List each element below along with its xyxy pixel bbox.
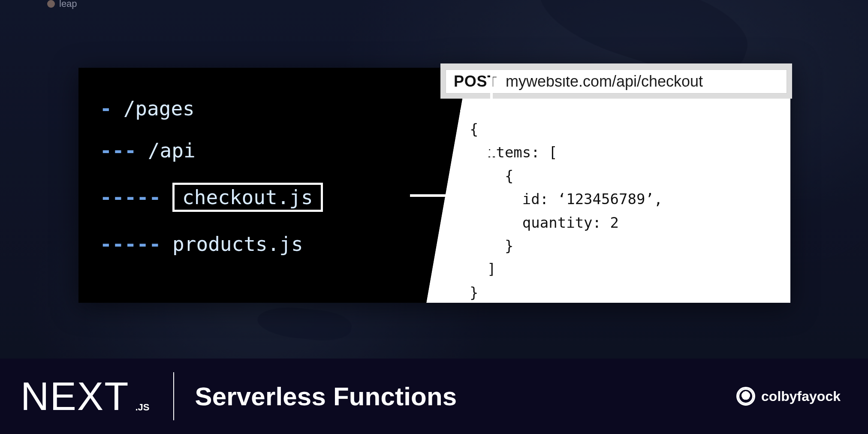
nextjs-logo-text: NEXT [21, 374, 129, 419]
tree-dashes: ----- [100, 234, 161, 254]
browser-chrome: POST mywebsite.com/api/checkout [440, 63, 792, 99]
http-url: mywebsite.com/api/checkout [506, 72, 703, 90]
http-method: POST [454, 72, 497, 90]
footer-divider [173, 372, 174, 420]
nextjs-logo: NEXT .JS [21, 374, 149, 419]
tree-row-checkout: ----- checkout.js [100, 183, 422, 212]
response-body-panel: { items: [ { id: ‘123456789’, quantity: … [460, 110, 780, 294]
tree-row-products: ----- products.js [100, 234, 422, 254]
tree-label: /pages [124, 99, 195, 118]
os-app-label-text: leap [59, 0, 77, 9]
tree-label: products.js [172, 234, 303, 254]
diagram-panels: - /pages --- /api ----- checkout.js ----… [78, 68, 790, 303]
address-bar: POST mywebsite.com/api/checkout [446, 69, 787, 93]
tree-row-api: --- /api [100, 141, 422, 160]
file-tree: - /pages --- /api ----- checkout.js ----… [100, 99, 422, 254]
author-badge: colbyfayock [736, 387, 841, 406]
astronaut-icon [736, 387, 755, 406]
browser-panel: POST mywebsite.com/api/checkout { items:… [447, 68, 790, 303]
tree-dashes: ----- [100, 187, 161, 207]
tree-label-highlighted: checkout.js [172, 183, 323, 212]
tree-row-pages: - /pages [100, 99, 422, 118]
app-dot-icon [47, 0, 55, 8]
footer-bar: NEXT .JS Serverless Functions colbyfayoc… [0, 359, 868, 434]
os-app-label: leap [47, 0, 77, 9]
tree-dashes: - [100, 99, 112, 118]
slide-title: Serverless Functions [195, 382, 457, 411]
response-body-code: { items: [ { id: ‘123456789’, quantity: … [470, 118, 771, 304]
nextjs-logo-suffix: .JS [135, 402, 149, 413]
tree-label: /api [148, 141, 196, 160]
author-handle: colbyfayock [761, 389, 841, 404]
tree-dashes: --- [100, 141, 137, 160]
